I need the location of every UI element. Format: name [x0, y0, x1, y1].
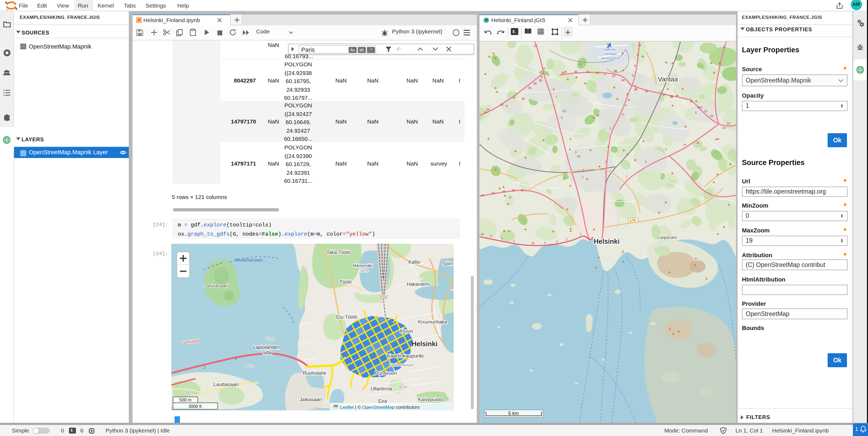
svg-text:40: 40	[575, 70, 578, 73]
svg-text:3: 3	[607, 145, 609, 148]
svg-text:lentoasema: lentoasema	[601, 56, 620, 60]
svg-text:3: 3	[645, 160, 647, 163]
svg-text:5 km: 5 km	[508, 410, 519, 416]
svg-text:9: 9	[634, 64, 636, 67]
svg-text:34: 34	[484, 110, 487, 114]
svg-text:9: 9	[723, 45, 725, 48]
svg-text:53: 53	[722, 126, 726, 129]
svg-text:43: 43	[612, 74, 615, 77]
svg-text:8: 8	[719, 61, 720, 64]
svg-text:3: 3	[665, 147, 666, 151]
svg-text:38: 38	[528, 86, 531, 89]
svg-text:18 m: 18 m	[360, 268, 368, 272]
svg-text:41: 41	[596, 71, 599, 74]
svg-text:2: 2	[582, 175, 584, 178]
svg-text:6: 6	[561, 116, 562, 119]
svg-text:16: 16	[531, 241, 534, 244]
svg-text:Vantaa: Vantaa	[658, 75, 678, 83]
svg-text:4: 4	[544, 241, 546, 244]
svg-text:8: 8	[553, 88, 554, 91]
svg-text:Punavuori: Punavuori	[375, 370, 397, 376]
svg-text:Töölö: Töölö	[339, 279, 351, 285]
svg-text:7: 7	[556, 95, 557, 98]
svg-text:46: 46	[521, 188, 524, 192]
svg-text:98: 98	[539, 79, 542, 82]
svg-text:Mäntymäki: Mäntymäki	[353, 263, 373, 267]
svg-text:44: 44	[491, 191, 495, 195]
svg-text:4: 4	[569, 137, 571, 141]
svg-text:Taka-Töölö: Taka-Töölö	[327, 250, 350, 255]
svg-text:170: 170	[630, 218, 636, 222]
svg-text:41: 41	[586, 70, 589, 73]
svg-text:Laajasalo: Laajasalo	[657, 235, 677, 240]
svg-text:Etu-Töölö: Etu-Töölö	[336, 314, 357, 320]
svg-text:Lauttasaari: Lauttasaari	[213, 381, 239, 387]
svg-text:9: 9	[637, 53, 639, 56]
svg-text:34: 34	[577, 154, 580, 158]
svg-text:Vantaan: Vantaan	[604, 52, 617, 56]
svg-text:2: 2	[235, 356, 237, 360]
svg-text:38: 38	[533, 82, 537, 85]
svg-text:10: 10	[533, 44, 537, 47]
svg-text:32 m: 32 m	[246, 363, 254, 367]
svg-text:31 m: 31 m	[399, 384, 407, 389]
svg-text:Kallio: Kallio	[408, 259, 420, 264]
svg-text:43: 43	[621, 79, 624, 82]
svg-text:Mustikkamaan...: Mustikkamaan...	[235, 258, 266, 262]
svg-text:5: 5	[695, 111, 697, 114]
svg-text:45: 45	[512, 188, 515, 192]
svg-text:2: 2	[204, 365, 206, 369]
svg-text:5: 5	[501, 236, 503, 240]
svg-text:5: 5	[622, 112, 624, 116]
svg-text:49: 49	[690, 99, 693, 103]
svg-text:Helsinki: Helsinki	[594, 237, 620, 245]
svg-text:Lapiolahden: Lapiolahden	[253, 344, 280, 350]
svg-text:Sörn: Sörn	[443, 261, 453, 266]
svg-text:500: 500	[697, 106, 702, 109]
svg-text:3: 3	[513, 239, 515, 242]
svg-text:Seurasaari: Seurasaari	[205, 283, 228, 288]
svg-text:47: 47	[663, 93, 666, 96]
svg-text:2: 2	[605, 160, 607, 163]
svg-text:500 m: 500 m	[179, 398, 191, 402]
svg-text:Helsinki: Helsinki	[412, 340, 437, 347]
svg-text:4: 4	[609, 126, 611, 130]
svg-text:silta: silta	[263, 350, 272, 355]
svg-text:10: 10	[638, 43, 641, 47]
svg-text:Kaartinkaupunki: Kaartinkaupunki	[387, 353, 424, 358]
svg-text:35 m: 35 m	[185, 390, 194, 394]
svg-text:45: 45	[502, 190, 505, 193]
svg-text:35: 35	[500, 103, 503, 106]
svg-text:51: 51	[704, 109, 707, 112]
svg-text:36: 36	[522, 97, 525, 100]
svg-text:Jatkasaari: Jatkasaari	[300, 397, 322, 402]
svg-text:Ullanlinna: Ullanlinna	[371, 386, 392, 391]
svg-text:Helsinki-: Helsinki-	[604, 47, 617, 51]
svg-text:52: 52	[710, 114, 713, 117]
svg-text:12 m: 12 m	[266, 336, 274, 340]
svg-text:Hakaniemi: Hakaniemi	[407, 281, 430, 287]
svg-text:43: 43	[480, 193, 484, 197]
svg-text:8: 8	[632, 74, 633, 77]
svg-text:1: 1	[580, 232, 581, 235]
svg-text:2: 2	[566, 237, 567, 241]
svg-text:Kaivopuisto: Kaivopuisto	[418, 397, 443, 402]
svg-text:Ruoholahti: Ruoholahti	[303, 370, 326, 376]
svg-text:40: 40	[561, 71, 565, 74]
svg-text:5: 5	[625, 104, 627, 107]
svg-text:3000 ft: 3000 ft	[189, 404, 202, 408]
svg-text:Kruununhaka: Kruununhaka	[418, 319, 447, 324]
svg-text:53: 53	[727, 122, 730, 125]
svg-text:10: 10	[542, 67, 545, 70]
svg-text:2: 2	[583, 169, 584, 172]
svg-text:5: 5	[490, 234, 492, 237]
svg-text:Kluuvi: Kluuvi	[400, 328, 413, 333]
svg-text:Leaflet | © OpenStreetMap cont: Leaflet | © OpenStreetMap contributors	[340, 404, 420, 410]
svg-text:43: 43	[480, 232, 484, 235]
svg-text:7: 7	[625, 175, 627, 178]
svg-text:4: 4	[604, 72, 606, 76]
svg-text:3: 3	[556, 240, 558, 243]
svg-text:1: 1	[605, 171, 607, 174]
svg-text:46: 46	[645, 89, 648, 92]
svg-text:Tähtitorninvuori: Tähtitorninvuori	[389, 363, 413, 367]
